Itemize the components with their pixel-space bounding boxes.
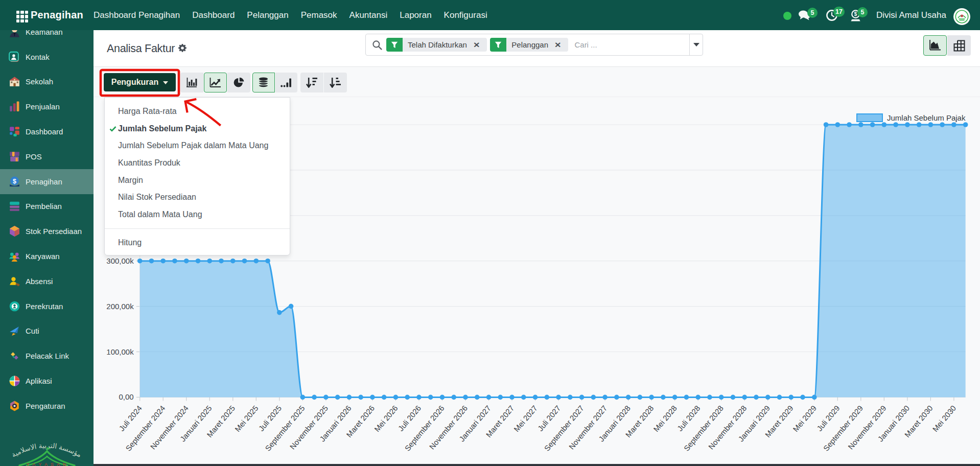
settings-icon <box>8 400 21 412</box>
facet-remove-icon[interactable]: ✕ <box>473 41 480 48</box>
sidebar-item-pengaturan[interactable]: Pengaturan <box>0 393 94 418</box>
menu-item-harga-rata-rata[interactable]: Harga Rata-rata <box>105 103 290 120</box>
sidebar-item-label: Pelacak Link <box>26 352 69 360</box>
sidebar-item-stok-persediaan[interactable]: Stok Persediaan <box>0 219 94 244</box>
timeoff-icon <box>8 324 21 337</box>
search-icon <box>372 40 382 50</box>
invoicing-icon: $ <box>8 175 21 188</box>
sidebar-item-penjualan[interactable]: Penjualan <box>0 94 94 119</box>
sidebar-item-label: Kontak <box>26 53 50 61</box>
menu-item-nilai-stok-persediaan[interactable]: Nilai Stok Persediaan <box>105 189 290 206</box>
stacked-icon <box>258 77 269 88</box>
sidebar-item-label: Karyawan <box>26 252 60 261</box>
linktracker-icon <box>8 350 21 362</box>
svg-text:Mei 2028: Mei 2028 <box>651 404 679 433</box>
sort-ascending-button[interactable] <box>324 73 347 92</box>
graph-view-button[interactable] <box>923 35 947 56</box>
menu-item-jumlah-sebelum-pajak-dalam-mata-uang[interactable]: Jumlah Sebelum Pajak dalam Mata Uang <box>105 137 290 154</box>
topnav-item-laporan[interactable]: Laporan <box>400 10 431 20</box>
menu-divider <box>105 228 290 229</box>
facet-label: Pelanggan <box>511 40 548 49</box>
sidebar-item-pembelian[interactable]: Pembelian <box>0 194 94 219</box>
topnav-item-dashboard-penagihan[interactable]: Dashboard Penagihan <box>94 10 180 20</box>
line-chart-icon <box>209 78 221 88</box>
search-dropdown-toggle[interactable] <box>689 34 703 55</box>
filter-funnel-icon <box>386 38 403 52</box>
topnav-item-konfigurasi[interactable]: Konfigurasi <box>444 10 487 20</box>
avatar[interactable] <box>953 8 970 25</box>
apps-grid-icon[interactable] <box>16 11 28 22</box>
sidebar-item-karyawan[interactable]: Karyawan <box>0 244 94 269</box>
sidebar-item-kontak[interactable]: Kontak <box>0 44 94 69</box>
chat-badge: 5 <box>807 8 818 18</box>
inventory-icon <box>8 225 21 238</box>
pie-chart-icon <box>234 77 244 88</box>
legend-swatch <box>856 113 883 122</box>
measure-dropdown-menu: Harga Rata-rataJumlah Sebelum PajakJumla… <box>104 97 290 255</box>
menu-item-kuantitas-produk[interactable]: Kuantitas Produk <box>105 154 290 172</box>
topnav: Dashboard PenagihanDashboardPelangganPem… <box>94 0 487 30</box>
topnav-item-pelanggan[interactable]: Pelanggan <box>247 10 288 20</box>
sidebar-item-absensi[interactable]: Absensi <box>0 269 94 294</box>
employees-icon <box>8 250 21 263</box>
sidebar-item-label: Dashboard <box>26 127 63 136</box>
pie-chart-button[interactable] <box>227 73 250 92</box>
svg-text:$: $ <box>13 177 16 184</box>
menu-item-hitung[interactable]: Hitung <box>105 234 290 251</box>
user-name[interactable]: Divisi Amal Usaha <box>876 0 946 30</box>
bottom-bar <box>94 464 980 466</box>
sidebar-item-cuti[interactable]: Cuti <box>0 319 94 344</box>
stacked-button[interactable] <box>252 73 275 92</box>
menu-item-jumlah-sebelum-pajak[interactable]: Jumlah Sebelum Pajak <box>105 120 290 137</box>
cumulative-button[interactable] <box>275 73 298 92</box>
measure-button[interactable]: Pengukuran <box>104 73 176 91</box>
recruitment-icon <box>8 300 21 313</box>
sidebar-item-label: Cuti <box>26 327 39 335</box>
sidebar-item-aplikasi[interactable]: Aplikasi <box>0 368 94 393</box>
line-chart-button[interactable] <box>204 73 227 92</box>
sidebar-item-dashboard[interactable]: Dashboard <box>0 119 94 144</box>
facet-remove-icon[interactable]: ✕ <box>554 41 561 48</box>
sidebar-item-label: Absensi <box>26 277 53 286</box>
sidebar: KeamananKontakSekolahPenjualanDashboardP… <box>0 30 94 466</box>
menu-item-label: Margin <box>118 176 143 185</box>
sidebar-item-penagihan[interactable]: $Penagihan <box>0 169 94 194</box>
topbar: Penagihan Dashboard PenagihanDashboardPe… <box>0 0 980 30</box>
money-badge: 5 <box>857 7 868 17</box>
menu-item-label: Hitung <box>118 238 142 247</box>
menu-item-label: Kuantitas Produk <box>118 158 180 168</box>
menu-item-label: Harga Rata-rata <box>118 107 177 116</box>
svg-text:Mei 2029: Mei 2029 <box>791 404 818 433</box>
chart-legend[interactable]: Jumlah Sebelum Pajak <box>856 113 965 122</box>
contacts-icon <box>8 51 21 63</box>
sidebar-item-label: Penjualan <box>26 102 60 111</box>
menu-item-total-dalam-mata-uang[interactable]: Total dalam Mata Uang <box>105 206 290 223</box>
sidebar-item-perekrutan[interactable]: Perekrutan <box>0 294 94 319</box>
bar-chart-button[interactable] <box>180 73 203 92</box>
svg-text:300,00k: 300,00k <box>106 257 134 265</box>
sidebar-item-keamanan[interactable]: Keamanan <box>0 30 94 44</box>
topnav-item-akuntansi[interactable]: Akuntansi <box>349 10 388 20</box>
sidebar-item-sekolah[interactable]: Sekolah <box>0 69 94 95</box>
search-facet-pelanggan: Pelanggan✕ <box>490 38 568 52</box>
sidebar-item-pelacak-link[interactable]: Pelacak Link <box>0 343 94 368</box>
pivot-view-button[interactable] <box>947 35 971 56</box>
graph-toolbar: Pengukuran <box>94 67 980 97</box>
search-input[interactable]: Cari ... <box>574 40 689 49</box>
filter-funnel-icon <box>490 38 506 52</box>
topnav-item-dashboard[interactable]: Dashboard <box>192 10 235 20</box>
check-icon <box>109 125 116 132</box>
sidebar-item-label: Pengaturan <box>26 402 65 410</box>
gear-icon[interactable] <box>178 44 186 52</box>
menu-item-margin[interactable]: Margin <box>105 172 290 189</box>
sort-descending-button[interactable] <box>300 73 323 92</box>
sales-icon <box>8 100 21 113</box>
school-icon <box>8 75 21 88</box>
app-brand[interactable]: Penagihan <box>31 0 83 30</box>
sidebar-item-pos[interactable]: POS <box>0 144 94 169</box>
search-bar[interactable]: Telah Difakturkan✕Pelanggan✕ Cari ... <box>365 34 703 56</box>
bar-chart-icon <box>186 78 198 88</box>
sidebar-item-label: Pembelian <box>26 202 62 211</box>
control-panel: Analisa Faktur Telah Difakturkan✕Pelangg… <box>94 30 980 67</box>
topnav-item-pemasok[interactable]: Pemasok <box>301 10 337 20</box>
